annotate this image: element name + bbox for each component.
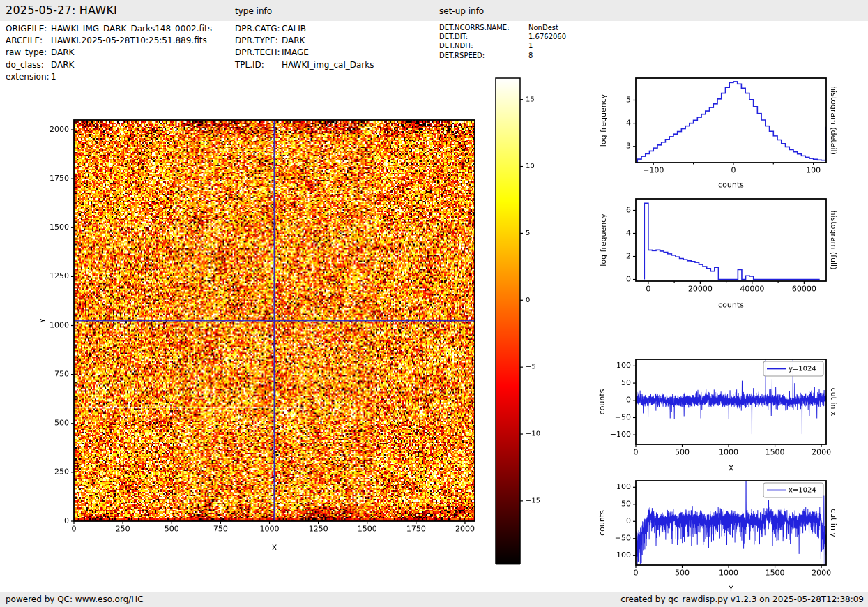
key-value: DARK [282, 35, 305, 47]
file-info-row: extension:1 [6, 71, 212, 83]
setup-info-row: DET.RSPEED:8 [439, 51, 566, 60]
colorbar [488, 70, 558, 569]
file-info-block: ORIGFILE:HAWKI_IMG_DARK_Darks148_0002.fi… [6, 23, 212, 83]
file-info-row: do_class:DARK [6, 59, 212, 71]
key-value: HAWKI.2025-05-28T10:25:51.889.fits [51, 35, 207, 47]
setup-info-header: set-up info [439, 6, 484, 16]
type-info-row: DPR.CATG:CALIB [235, 23, 374, 35]
key-label: DET.DIT: [439, 32, 528, 41]
file-info-row: ARCFILE:HAWKI.2025-05-28T10:25:51.889.fi… [6, 35, 212, 47]
type-info-block: DPR.CATG:CALIB DPR.TYPE:DARK DPR.TECH:IM… [235, 23, 374, 71]
key-label: DET.RSPEED: [439, 51, 528, 60]
key-label: DET.NCORRS.NAME: [439, 23, 528, 32]
key-label: DPR.CATG: [235, 23, 282, 35]
key-value: NonDest [528, 23, 558, 32]
histogram-full-plot [593, 190, 868, 317]
key-label: ORIGFILE: [6, 23, 51, 35]
key-label: TPL.ID: [235, 59, 282, 71]
key-value: IMAGE [282, 47, 309, 59]
setup-info-row: DET.NCORRS.NAME:NonDest [439, 23, 566, 32]
cut-in-y-plot [593, 469, 868, 599]
type-info-row: TPL.ID:HAWKI_img_cal_Darks [235, 59, 374, 71]
key-label: DET.NDIT: [439, 41, 528, 50]
dark-frame-heatmap [28, 91, 488, 560]
key-label: raw_type: [6, 47, 51, 59]
key-label: DPR.TYPE: [235, 35, 282, 47]
cut-in-x-plot [593, 349, 868, 477]
key-value: 1 [51, 71, 56, 83]
type-info-header: type info [235, 6, 272, 16]
key-value: DARK [51, 59, 74, 71]
key-value: HAWKI_IMG_DARK_Darks148_0002.fits [51, 23, 212, 35]
key-label: ARCFILE: [6, 35, 51, 47]
page-title: 2025-05-27: HAWKI [6, 3, 117, 17]
key-value: CALIB [282, 23, 306, 35]
type-info-row: DPR.TECH:IMAGE [235, 47, 374, 59]
file-info-row: ORIGFILE:HAWKI_IMG_DARK_Darks148_0002.fi… [6, 23, 212, 35]
key-value: 8 [528, 51, 533, 60]
key-label: do_class: [6, 59, 51, 71]
type-info-row: DPR.TYPE:DARK [235, 35, 374, 47]
footer-left-text: powered by QC: www.eso.org/HC [6, 594, 144, 604]
histogram-detail-plot [593, 70, 868, 197]
setup-info-row: DET.DIT:1.6762060 [439, 32, 566, 41]
file-info-row: raw_type:DARK [6, 47, 212, 59]
key-label: DPR.TECH: [235, 47, 282, 59]
setup-info-block: DET.NCORRS.NAME:NonDest DET.DIT:1.676206… [439, 23, 566, 60]
key-value: 1 [528, 41, 533, 50]
footer-right-text: created by qc_rawdisp.py v1.2.3 on 2025-… [620, 594, 864, 604]
header-bar [0, 0, 868, 21]
key-label: extension: [6, 71, 51, 83]
key-value: 1.6762060 [528, 32, 566, 41]
setup-info-row: DET.NDIT:1 [439, 41, 566, 50]
key-value: HAWKI_img_cal_Darks [282, 59, 374, 71]
key-value: DARK [51, 47, 74, 59]
